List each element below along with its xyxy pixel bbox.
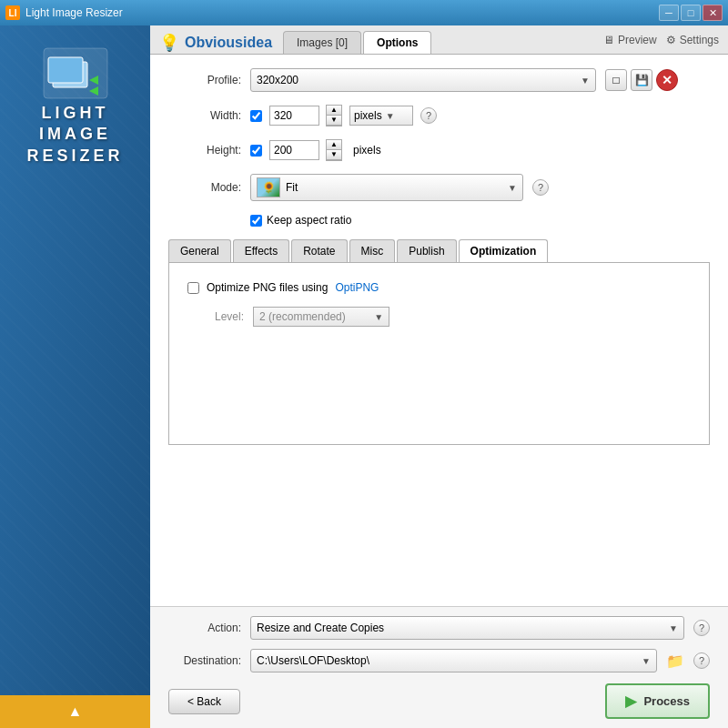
- tab-general[interactable]: General: [168, 239, 231, 262]
- new-profile-icon: □: [612, 74, 619, 86]
- profile-dropdown[interactable]: 320x200 ▼: [250, 68, 596, 92]
- process-label: Process: [643, 694, 690, 708]
- process-play-icon: ▶: [625, 693, 636, 710]
- optimization-panel: Optimize PNG files using OptiPNG Level: …: [168, 263, 710, 445]
- width-label: Width:: [168, 109, 241, 122]
- optimize-png-checkbox[interactable]: [187, 282, 199, 294]
- width-checkbox[interactable]: [250, 110, 262, 122]
- header-right: 🖥 Preview ⚙ Settings: [603, 34, 719, 51]
- process-button[interactable]: ▶ Process: [605, 683, 710, 719]
- action-help-icon[interactable]: ?: [693, 620, 710, 636]
- mode-dropdown-arrow-icon: ▼: [508, 183, 517, 193]
- destination-help-icon[interactable]: ?: [693, 652, 710, 669]
- bottom-area: Action: Resize and Create Copies ▼ ? Des…: [150, 606, 728, 728]
- new-profile-button[interactable]: □: [605, 69, 627, 91]
- sub-tabs: General Effects Rotate Misc Publish Opti…: [168, 239, 710, 263]
- height-label: Height:: [168, 144, 241, 157]
- height-spinners: ▲ ▼: [326, 139, 342, 161]
- keep-ratio-row: Keep aspect ratio: [250, 214, 710, 227]
- tab-rotate[interactable]: Rotate: [291, 239, 347, 262]
- profile-actions: □ 💾 ✕: [605, 69, 678, 91]
- width-spinners: ▲ ▼: [326, 105, 342, 126]
- close-button[interactable]: ✕: [703, 5, 723, 21]
- maximize-button[interactable]: □: [681, 5, 701, 21]
- tab-misc[interactable]: Misc: [349, 239, 396, 262]
- height-spin-down[interactable]: ▼: [327, 150, 341, 160]
- optipng-link[interactable]: OptiPNG: [335, 281, 379, 294]
- mode-help-icon[interactable]: ?: [532, 179, 549, 196]
- save-profile-icon: 💾: [635, 74, 649, 86]
- browse-folder-icon[interactable]: 📁: [666, 652, 684, 670]
- width-row: Width: 320 ▲ ▼ pixels ▼: [168, 105, 710, 126]
- back-button[interactable]: < Back: [168, 689, 240, 714]
- mode-dropdown[interactable]: 🌻 Fit ▼: [250, 174, 523, 201]
- profile-dropdown-arrow-icon: ▼: [581, 76, 590, 86]
- mode-label: Mode:: [168, 181, 241, 194]
- destination-row: Destination: C:\Users\LOF\Desktop\ ▼ 📁 ?: [168, 649, 710, 672]
- level-dropdown[interactable]: 2 (recommended) ▼: [253, 307, 389, 327]
- brand-bulb-icon: 💡: [159, 33, 179, 53]
- main-container: LIGHTIMAGERESIZER ▲ 💡 Obviousidea Images…: [0, 25, 728, 728]
- save-profile-button[interactable]: 💾: [631, 69, 652, 91]
- mode-value: Fit: [286, 181, 298, 194]
- nav-buttons: < Back ▶ Process: [168, 683, 710, 719]
- brand-name: Obviousidea: [185, 35, 272, 51]
- preview-button[interactable]: 🖥 Preview: [603, 34, 657, 46]
- height-spin-up[interactable]: ▲: [327, 140, 341, 150]
- svg-rect-2: [48, 57, 83, 83]
- content-area: 💡 Obviousidea Images [0] Options 🖥 Previ…: [150, 25, 728, 728]
- destination-dropdown[interactable]: C:\Users\LOF\Desktop\ ▼: [250, 649, 657, 672]
- settings-button[interactable]: ⚙ Settings: [666, 34, 719, 46]
- width-help-icon[interactable]: ?: [420, 107, 437, 124]
- height-dimension-row: 200 ▲ ▼ pixels: [250, 139, 381, 161]
- tab-images[interactable]: Images [0]: [283, 31, 361, 54]
- height-input[interactable]: 200: [269, 140, 319, 160]
- preview-monitor-icon: 🖥: [603, 34, 614, 46]
- tab-effects[interactable]: Effects: [233, 239, 289, 262]
- level-label: Level:: [215, 310, 244, 323]
- header-tabs: 💡 Obviousidea Images [0] Options 🖥 Previ…: [150, 25, 728, 55]
- optimize-png-label: Optimize PNG files using: [207, 281, 328, 294]
- destination-value: C:\Users\LOF\Desktop\: [257, 654, 369, 667]
- keep-ratio-checkbox[interactable]: [250, 215, 262, 227]
- delete-profile-icon: ✕: [662, 73, 672, 87]
- action-label: Action:: [168, 622, 241, 634]
- height-checkbox-wrap: [250, 145, 262, 157]
- level-row: Level: 2 (recommended) ▼: [187, 307, 691, 327]
- action-row: Action: Resize and Create Copies ▼ ?: [168, 616, 710, 640]
- app-icon: LI: [5, 5, 20, 20]
- tab-options[interactable]: Options: [363, 31, 431, 54]
- tab-optimization[interactable]: Optimization: [459, 239, 549, 262]
- width-spin-up[interactable]: ▲: [327, 106, 341, 116]
- height-checkbox[interactable]: [250, 145, 262, 157]
- title-bar: LI Light Image Resizer ─ □ ✕: [0, 0, 728, 25]
- optimize-png-row: Optimize PNG files using OptiPNG: [187, 281, 691, 294]
- options-content: Profile: 320x200 ▼ □ 💾 ✕: [150, 55, 728, 606]
- action-value: Resize and Create Copies: [257, 622, 384, 634]
- keep-ratio-label: Keep aspect ratio: [267, 214, 351, 227]
- width-checkbox-wrap: [250, 110, 262, 122]
- destination-dropdown-arrow-icon: ▼: [642, 656, 651, 666]
- width-dimension-row: 320 ▲ ▼ pixels ▼ ?: [250, 105, 437, 126]
- sidebar-bottom[interactable]: ▲: [0, 695, 150, 728]
- tab-publish[interactable]: Publish: [397, 239, 456, 262]
- height-row: Height: 200 ▲ ▼ pixels: [168, 139, 710, 161]
- logo-svg: [39, 44, 112, 103]
- height-unit-label: pixels: [353, 144, 381, 157]
- window-controls: ─ □ ✕: [659, 5, 723, 21]
- width-spin-down[interactable]: ▼: [327, 116, 341, 126]
- destination-label: Destination:: [168, 654, 241, 667]
- width-unit-dropdown[interactable]: pixels ▼: [349, 106, 413, 126]
- width-input[interactable]: 320: [269, 106, 319, 126]
- settings-gear-icon: ⚙: [666, 34, 676, 46]
- brand-area: 💡 Obviousidea: [159, 33, 272, 53]
- sidebar: LIGHTIMAGERESIZER ▲: [0, 25, 150, 728]
- minimize-button[interactable]: ─: [659, 5, 679, 21]
- action-dropdown-arrow-icon: ▼: [669, 623, 678, 633]
- title-bar-left: LI Light Image Resizer: [5, 5, 123, 20]
- delete-profile-button[interactable]: ✕: [656, 69, 678, 91]
- sidebar-arrow-icon: ▲: [68, 703, 83, 720]
- width-unit-arrow-icon: ▼: [386, 111, 395, 121]
- level-dropdown-arrow-icon: ▼: [374, 312, 383, 322]
- action-dropdown[interactable]: Resize and Create Copies ▼: [250, 616, 684, 640]
